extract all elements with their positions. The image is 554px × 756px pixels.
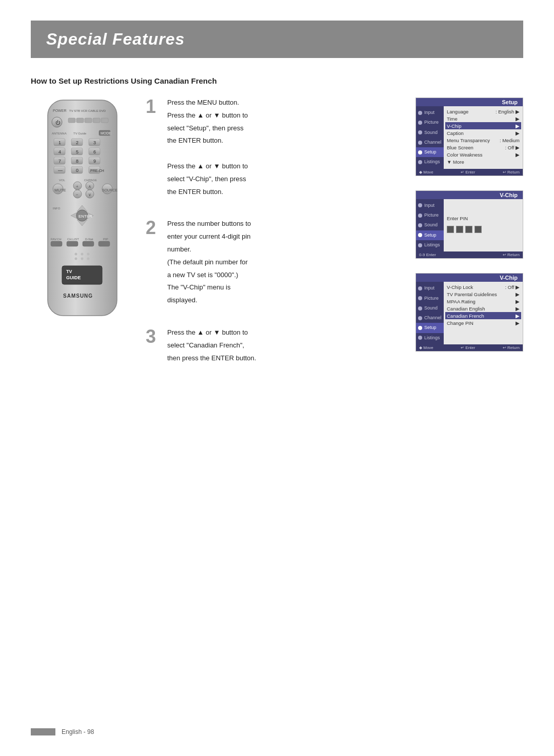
- tv-footer-setup: ◆ Move↵ Enter↩ Return: [416, 169, 523, 176]
- svg-text:⏻: ⏻: [55, 120, 61, 125]
- menu-tvparental: TV Parental Guidelines▶: [447, 290, 520, 298]
- step-2-number: 2: [146, 219, 160, 237]
- tv-title-setup: Setup: [416, 98, 523, 106]
- remote-image: POWER TV STB VCR CABLE DVD ⏻ ANTENNA TV …: [37, 98, 127, 335]
- tv-footer-vchip: ◆ Move↵ Enter↩ Return: [416, 344, 523, 351]
- svg-text:TV Guide: TV Guide: [73, 132, 87, 135]
- svg-rect-64: [67, 241, 78, 246]
- sidebar2-sound: Sound: [416, 220, 444, 230]
- svg-text:SOURCE: SOURCE: [102, 188, 117, 192]
- svg-text:PIP: PIP: [103, 238, 108, 241]
- menu-changepin: Change PIN▶: [447, 319, 520, 326]
- svg-text:8: 8: [76, 159, 78, 164]
- sidebar2-setup-active: Setup: [416, 230, 444, 240]
- step-2-text: Press the number buttons to enter your c…: [167, 219, 405, 308]
- menu-vchiplock: V-Chip Lock: Off ▶: [447, 283, 520, 290]
- svg-text:9: 9: [93, 159, 96, 164]
- svg-text:MUTE: MUTE: [54, 188, 66, 192]
- svg-text:POWER: POWER: [53, 109, 66, 112]
- svg-text:TV  STB  VCR  CABLE  DVD: TV STB VCR CABLE DVD: [69, 109, 106, 112]
- svg-rect-7: [85, 118, 92, 123]
- svg-text:∧: ∧: [88, 184, 91, 189]
- steps-area: 1 Press the MENU button. Press the ▲ or …: [146, 98, 405, 365]
- sidebar3-picture: Picture: [416, 294, 444, 303]
- svg-text:+: +: [76, 184, 78, 189]
- svg-point-70: [74, 258, 77, 260]
- menu-vchip-highlighted: V-Chip▶: [445, 122, 521, 129]
- menu-canadian-english: Canadian English▶: [447, 305, 520, 312]
- menu-canadian-french-highlighted: Canadian French▶: [445, 312, 521, 319]
- footer-bar: [31, 728, 55, 735]
- menu-transparency: Menu Transparency: Medium: [447, 137, 520, 144]
- footer-page-number: English - 98: [62, 728, 94, 735]
- svg-rect-6: [76, 118, 84, 123]
- sidebar3-channel: Channel: [416, 313, 444, 323]
- sidebar2-listings: Listings: [416, 240, 444, 250]
- sidebar3-sound: Sound: [416, 303, 444, 313]
- svg-text:7: 7: [58, 159, 61, 164]
- svg-text:INFO: INFO: [53, 207, 61, 210]
- page-title: Special Features: [46, 30, 508, 49]
- svg-text:5: 5: [76, 149, 78, 154]
- svg-rect-9: [101, 118, 108, 123]
- tv-footer-pin: 0-9 Enter↩ Return: [416, 251, 523, 258]
- menu-colorweakness: Color Weakness▶: [447, 151, 520, 158]
- tv-title-vchip2: V-Chip: [416, 274, 523, 282]
- svg-text:1: 1: [58, 140, 61, 145]
- svg-text:CH.LIST: CH.LIST: [67, 238, 79, 241]
- sidebar-input: Input: [416, 108, 444, 118]
- svg-rect-8: [93, 118, 100, 123]
- menu-caption: Caption▶: [447, 129, 520, 137]
- sidebar2-input: Input: [416, 201, 444, 210]
- step-2: 2 Press the number buttons to enter your…: [146, 219, 405, 308]
- tv-screen-vchip-menu: V-Chip Input Picture Sound Channel Setup…: [416, 273, 523, 352]
- svg-text:3: 3: [93, 140, 96, 145]
- svg-rect-65: [83, 241, 94, 246]
- svg-text:SAMSUNG: SAMSUNG: [63, 293, 93, 299]
- pin-display: [447, 224, 520, 235]
- svg-text:4: 4: [58, 149, 61, 154]
- svg-point-71: [81, 258, 83, 260]
- step-3-number: 3: [146, 327, 160, 346]
- svg-text:GUIDE: GUIDE: [66, 275, 81, 280]
- svg-rect-63: [51, 241, 62, 246]
- sidebar-listings: Listings: [416, 157, 444, 167]
- sidebar-setup-active: Setup: [416, 147, 444, 157]
- step-3: 3 Press the ▲ or ▼ button to select "Can…: [146, 327, 405, 365]
- step-1-text: Press the MENU button. Press the ▲ or ▼ …: [167, 98, 405, 199]
- sidebar2-picture: Picture: [416, 210, 444, 220]
- svg-text:VOL: VOL: [59, 179, 66, 182]
- sidebar3-listings: Listings: [416, 333, 444, 343]
- enter-pin-label: Enter PIN: [447, 216, 520, 221]
- svg-text:—: —: [58, 168, 63, 173]
- svg-rect-66: [98, 241, 110, 246]
- svg-text:6: 6: [93, 149, 96, 154]
- menu-more: ▼ More: [447, 158, 520, 165]
- menu-language: Language: English ▶: [447, 108, 520, 115]
- step-3-text: Press the ▲ or ▼ button to select "Canad…: [167, 327, 405, 365]
- section-title: How to Set up Restrictions Using Canadia…: [31, 76, 523, 85]
- sidebar-sound: Sound: [416, 128, 444, 138]
- sidebar3-input: Input: [416, 283, 444, 293]
- page-footer: English - 98: [31, 728, 94, 735]
- svg-text:ENTER: ENTER: [78, 214, 92, 219]
- sidebar-channel: Channel: [416, 138, 444, 147]
- svg-text:CHPAGE: CHPAGE: [84, 179, 97, 182]
- svg-point-67: [74, 253, 77, 256]
- tv-screen-setup: Setup Input Picture Sound Channel Setup …: [416, 98, 523, 176]
- step-1-number: 1: [146, 98, 160, 116]
- sidebar-picture: Picture: [416, 118, 444, 127]
- svg-point-68: [81, 253, 83, 256]
- svg-text:∨: ∨: [88, 192, 91, 197]
- tv-screens: Setup Input Picture Sound Channel Setup …: [416, 98, 523, 365]
- svg-text:TV: TV: [66, 269, 72, 274]
- svg-text:FAV.CH: FAV.CH: [51, 238, 62, 241]
- svg-text:−: −: [76, 192, 78, 197]
- remote-area: POWER TV STB VCR CABLE DVD ⏻ ANTENNA TV …: [31, 98, 133, 365]
- svg-text:ANTENNA: ANTENNA: [52, 132, 67, 135]
- main-content: POWER TV STB VCR CABLE DVD ⏻ ANTENNA TV …: [31, 98, 523, 365]
- svg-text:D-Net: D-Net: [85, 238, 93, 241]
- step-1: 1 Press the MENU button. Press the ▲ or …: [146, 98, 405, 199]
- svg-point-72: [87, 258, 89, 260]
- svg-point-69: [87, 253, 89, 256]
